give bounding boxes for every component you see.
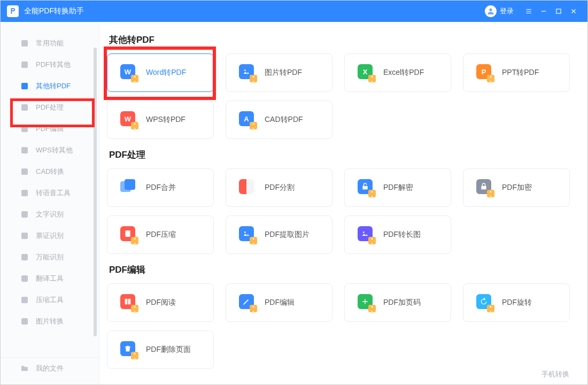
- card-pdf-decrypt[interactable]: PDF解密: [344, 168, 451, 207]
- svg-point-0: [489, 9, 492, 11]
- card-label: PDF转长图: [383, 230, 421, 240]
- wps-to-pdf-icon: W: [120, 111, 137, 128]
- card-image-to-pdf[interactable]: 图片转PDF: [226, 53, 332, 92]
- sidebar-item-label: PDF编辑: [36, 124, 64, 134]
- card-label: Excel转PDF: [383, 68, 424, 78]
- sidebar-item-ocr[interactable]: 文字识别: [1, 204, 99, 225]
- user-avatar-icon[interactable]: [485, 5, 497, 17]
- card-pdf-merge[interactable]: PDF合并: [107, 168, 214, 207]
- sidebar-icon: [20, 231, 29, 241]
- svg-point-19: [363, 232, 365, 233]
- card-pdf-delete-page[interactable]: PDF删除页面: [107, 330, 214, 369]
- pdf-to-long-image-icon: [358, 226, 375, 243]
- card-pdf-split[interactable]: PDF分割: [226, 168, 332, 207]
- card-word-to-pdf[interactable]: WWord转PDF: [107, 53, 214, 92]
- svg-rect-9: [21, 190, 28, 196]
- card-label: CAD转PDF: [265, 115, 303, 125]
- sidebar-item-label: 其他转PDF: [36, 81, 71, 91]
- app-title: 全能PDF转换助手: [24, 6, 485, 16]
- pdf-decrypt-icon: [358, 179, 375, 196]
- sidebar-item-other-to-pdf[interactable]: 其他转PDF: [1, 75, 99, 97]
- card-pdf-add-page[interactable]: PDF加页码: [344, 283, 451, 322]
- section-title: PDF处理: [109, 149, 571, 161]
- sidebar-icon: [20, 317, 29, 326]
- sidebar: 常用功能PDF转其他其他转PDFPDF处理PDF编辑WPS转其他CAD转换转语音…: [1, 22, 99, 384]
- section-title: 其他转PDF: [109, 34, 571, 46]
- sidebar-item-label: WPS转其他: [36, 145, 73, 155]
- sidebar-icon: [20, 274, 29, 283]
- sidebar-item-pdf-process[interactable]: PDF处理: [1, 97, 99, 118]
- card-pdf-to-long-image[interactable]: PDF转长图: [344, 215, 451, 254]
- card-label: PPT转PDF: [502, 68, 539, 78]
- pdf-extract-image-icon: [239, 226, 256, 243]
- card-label: PDF删除页面: [146, 345, 191, 355]
- sidebar-item-pdf-to-other[interactable]: PDF转其他: [1, 54, 99, 75]
- sidebar-item-cad-convert[interactable]: CAD转换: [1, 161, 99, 182]
- card-label: PDF旋转: [502, 298, 532, 307]
- svg-rect-8: [21, 168, 28, 175]
- card-pdf-encrypt[interactable]: PDF加密: [463, 168, 570, 207]
- card-pdf-edit[interactable]: PDF编辑: [226, 283, 332, 322]
- maximize-icon[interactable]: [551, 4, 566, 19]
- card-excel-to-pdf[interactable]: XExcel转PDF: [344, 53, 451, 92]
- card-label: PDF提取图片: [265, 230, 310, 240]
- sidebar-item-label: PDF转其他: [36, 60, 71, 70]
- sidebar-item-label: 票证识别: [36, 231, 64, 241]
- login-link[interactable]: 登录: [500, 6, 514, 16]
- card-label: WPS转PDF: [146, 115, 185, 125]
- section-pdf-process: PDF处理PDF合并PDF分割PDF解密PDF加密PDF压缩PDF提取图片PDF…: [107, 149, 571, 254]
- sidebar-item-label: 翻译工具: [36, 274, 64, 283]
- image-to-pdf-icon: [239, 64, 256, 81]
- card-pdf-rotate[interactable]: PDF旋转: [463, 283, 570, 322]
- svg-rect-1: [556, 9, 561, 13]
- menu-icon[interactable]: [521, 4, 536, 19]
- sidebar-item-audio-tools[interactable]: 转语音工具: [1, 182, 99, 204]
- minimize-icon[interactable]: [536, 4, 551, 19]
- card-label: 图片转PDF: [265, 68, 302, 78]
- titlebar: 全能PDF转换助手 登录: [1, 1, 587, 22]
- svg-rect-6: [21, 126, 28, 132]
- sidebar-icon: [20, 252, 29, 262]
- card-label: PDF压缩: [146, 230, 176, 240]
- sidebar-scrollbar[interactable]: [94, 48, 97, 336]
- card-wps-to-pdf[interactable]: WWPS转PDF: [107, 101, 214, 139]
- sidebar-item-compress[interactable]: 压缩工具: [1, 289, 99, 311]
- sidebar-item-label: 我的文件: [36, 364, 64, 373]
- sidebar-item-my-files[interactable]: 我的文件: [1, 358, 99, 379]
- card-ppt-to-pdf[interactable]: PPPT转PDF: [463, 53, 570, 92]
- card-label: PDF阅读: [146, 298, 176, 307]
- sidebar-icon: [20, 145, 29, 155]
- card-cad-to-pdf[interactable]: ACAD转PDF: [226, 101, 332, 139]
- card-label: PDF编辑: [265, 298, 295, 307]
- pdf-rotate-icon: [476, 294, 493, 311]
- mobile-convert-link[interactable]: 手机转换: [541, 369, 569, 379]
- sidebar-icon: [20, 38, 29, 48]
- sidebar-icon: [20, 295, 29, 305]
- sidebar-item-translate[interactable]: 翻译工具: [1, 268, 99, 289]
- card-pdf-read[interactable]: PDF阅读: [107, 283, 214, 322]
- section-pdf-edit: PDF编辑PDF阅读PDF编辑PDF加页码PDF旋转PDF删除页面: [107, 264, 571, 369]
- svg-point-18: [244, 232, 246, 233]
- sidebar-item-label: 常用功能: [36, 38, 64, 48]
- sidebar-item-common[interactable]: 常用功能: [1, 33, 99, 54]
- sidebar-item-receipt-ocr[interactable]: 票证识别: [1, 225, 99, 247]
- sidebar-item-label: 图片转换: [36, 317, 64, 326]
- card-pdf-extract-image[interactable]: PDF提取图片: [226, 215, 332, 254]
- sidebar-item-image-convert[interactable]: 图片转换: [1, 311, 99, 332]
- sidebar-icon: [20, 188, 29, 198]
- sidebar-item-wps-to-other[interactable]: WPS转其他: [1, 140, 99, 161]
- svg-rect-3: [21, 61, 28, 68]
- sidebar-item-label: 压缩工具: [36, 295, 64, 305]
- sidebar-item-pdf-edit[interactable]: PDF编辑: [1, 118, 99, 140]
- svg-point-16: [244, 70, 246, 71]
- pdf-compress-icon: [120, 226, 137, 243]
- close-icon[interactable]: [566, 4, 581, 19]
- sidebar-item-universal-ocr[interactable]: 万能识别: [1, 247, 99, 268]
- excel-to-pdf-icon: X: [358, 64, 375, 81]
- pdf-encrypt-icon: [476, 179, 493, 196]
- sidebar-icon: [20, 124, 29, 134]
- app-logo: [7, 5, 19, 17]
- card-pdf-compress[interactable]: PDF压缩: [107, 215, 214, 254]
- card-label: Word转PDF: [146, 68, 186, 78]
- sidebar-icon: [20, 81, 29, 91]
